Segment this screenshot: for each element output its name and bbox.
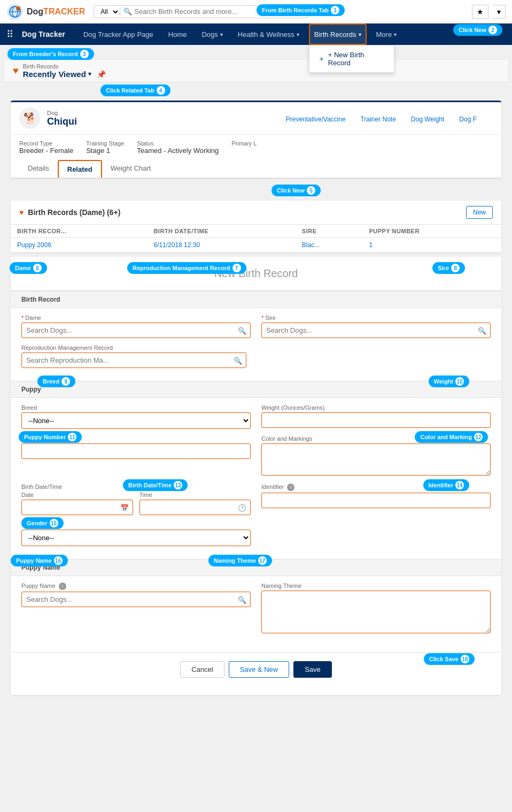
repro-field: Reproduction Management Record 🔍 xyxy=(21,344,246,368)
new-birth-record-menu-item[interactable]: ＋ + New Birth Record xyxy=(309,45,394,72)
save-button[interactable]: Save xyxy=(293,661,332,678)
dog-avatar: 🐕 xyxy=(19,108,41,129)
related-title: ♥ Birth Records (Dame) (6+) xyxy=(19,208,120,217)
dog-name: Chiqui xyxy=(47,116,77,127)
star-button[interactable]: ★ xyxy=(472,5,488,19)
scroll-tab-trainer[interactable]: Trainer Note xyxy=(353,112,404,127)
identifier-info-icon: i xyxy=(287,484,294,491)
save-new-button[interactable]: Save & New xyxy=(229,661,290,678)
birth-records-nav-container: Birth Records ▾ ＋ + New Birth Record xyxy=(309,24,367,45)
breed-select[interactable]: --None-- xyxy=(21,412,251,429)
puppy-name-input[interactable] xyxy=(21,592,251,607)
weight-input[interactable] xyxy=(261,412,491,428)
repro-input[interactable] xyxy=(21,353,246,368)
callout-8: Sire 8 xyxy=(432,262,465,274)
cell-date: 6/11/2018 12:30 xyxy=(147,238,295,252)
top-nav: 🐾 DogTRACKER All 🔍 ★ ▾ xyxy=(0,0,512,24)
nav-birth-records[interactable]: Birth Records ▾ xyxy=(309,24,367,45)
puppy-number-input[interactable] xyxy=(21,443,251,459)
dog-tabs: Details Related Weight Chart xyxy=(11,160,501,178)
callout-3: From Breeder's Record 3 xyxy=(7,48,94,60)
nav-dog-tracker-app[interactable]: Dog Tracker App Page xyxy=(78,24,159,45)
birth-record-section-label: Birth Record xyxy=(11,291,501,308)
sire-field: Sire 🔍 xyxy=(261,315,491,338)
app-nav: ⠿ Dog Tracker Dog Tracker App Page Home … xyxy=(0,24,512,45)
breed-label: Breed xyxy=(21,404,251,411)
callout-5: Click New 5 xyxy=(271,185,321,196)
puppy-section-label: Puppy xyxy=(11,381,501,398)
cancel-button[interactable]: Cancel xyxy=(180,661,224,678)
naming-theme-field: Naming Theme xyxy=(261,583,491,635)
record-type-field: Record Type Breeder - Female xyxy=(19,140,73,155)
scroll-tab-vaccine[interactable]: Preventative/Vaccine xyxy=(278,112,353,127)
callout-6: Dame 6 xyxy=(10,262,47,274)
callout-12: Color and Marking 12 xyxy=(415,431,488,443)
tab-weight-chart[interactable]: Weight Chart xyxy=(102,160,160,178)
related-section: ♥ Birth Records (Dame) (6+) New BIRTH RE… xyxy=(11,201,501,252)
dropdown-button[interactable]: ▾ xyxy=(493,5,506,19)
time-label: Time xyxy=(139,492,251,498)
search-icon: 🔍 xyxy=(123,7,132,16)
dame-field: Dame 🔍 xyxy=(21,315,251,338)
puppy-name-label: Puppy Name i xyxy=(21,583,251,590)
weight-label: Weight (Ounces/Grams) xyxy=(261,404,491,411)
callout-13: Birth Date/Time 13 xyxy=(123,479,188,491)
dame-sire-row: Dame 🔍 Sire 🔍 xyxy=(21,315,491,338)
new-birth-record-button[interactable]: New xyxy=(466,206,493,219)
date-identifier-row: Birth Date/Time Date 📅 Time xyxy=(21,484,491,515)
scroll-tab-dogf[interactable]: Dog F xyxy=(452,112,484,127)
callout-4: Click Related Tab 4 xyxy=(100,85,170,96)
weight-field: Weight (Ounces/Grams) xyxy=(261,404,491,429)
dropdown-arrow-icon[interactable]: ▾ xyxy=(88,71,91,78)
related-header: ♥ Birth Records (Dame) (6+) New xyxy=(11,201,501,225)
time-input[interactable] xyxy=(139,500,251,515)
more-chevron-icon: ▾ xyxy=(394,32,397,37)
puppy-name-field: Puppy Name i 🔍 xyxy=(21,583,251,635)
callout-16: Puppy Name 16 xyxy=(11,555,68,566)
breadcrumb-path: Birth Records xyxy=(23,63,106,70)
cell-name[interactable]: Puppy 2006 xyxy=(11,238,147,252)
nav-home[interactable]: Home xyxy=(163,24,192,45)
search-scope-dropdown[interactable]: All xyxy=(98,7,120,16)
scroll-tab-weight[interactable]: Dog Weight xyxy=(404,112,452,127)
nav-more[interactable]: More ▾ xyxy=(371,24,402,45)
sire-input[interactable] xyxy=(261,323,491,338)
repro-row: Reproduction Management Record 🔍 xyxy=(21,344,491,368)
form-title: New Birth Record xyxy=(11,257,501,291)
svg-text:🐾: 🐾 xyxy=(18,7,21,11)
callout-14: Identifier 14 xyxy=(423,479,469,491)
date-label: Date xyxy=(21,492,133,498)
dog-card: 🐕 Dog Chiqui Preventative/Vaccine Traine… xyxy=(11,101,501,178)
naming-theme-input[interactable] xyxy=(261,591,491,633)
callout-9: Breed 9 xyxy=(37,376,75,387)
color-markings-input[interactable] xyxy=(261,443,491,476)
cell-sire[interactable]: Blac... xyxy=(296,238,363,252)
app-title: Dog Tracker xyxy=(22,30,65,39)
gender-placeholder-field xyxy=(261,522,491,546)
repro-label: Reproduction Management Record xyxy=(21,344,246,351)
dog-card-header: 🐕 Dog Chiqui Preventative/Vaccine Traine… xyxy=(11,102,501,135)
pin-icon[interactable]: 📌 xyxy=(97,70,106,79)
nav-dogs[interactable]: Dogs ▾ xyxy=(196,24,228,45)
tab-related[interactable]: Related xyxy=(58,160,102,178)
form-container: New Birth Record Birth Record Dame 🔍 Sir… xyxy=(11,257,501,695)
callout-7: Reproduction Management Record 7 xyxy=(127,262,246,274)
dame-input[interactable] xyxy=(21,323,251,338)
status-field: Status Teamed - Actively Working xyxy=(137,140,219,155)
training-stage-field: Training Stage Stage 1 xyxy=(86,140,124,155)
health-chevron-icon: ▾ xyxy=(297,32,299,37)
date-part: Date 📅 xyxy=(21,492,133,515)
date-input[interactable] xyxy=(21,500,133,515)
dog-fields: Record Type Breeder - Female Training St… xyxy=(11,135,501,160)
gender-row: Gender --None-- xyxy=(21,522,491,546)
sire-input-wrap: 🔍 xyxy=(261,323,491,338)
app-logo-text: DogTRACKER xyxy=(27,7,85,17)
identifier-input[interactable] xyxy=(261,493,491,508)
dame-label: Dame xyxy=(21,315,251,321)
nav-health-wellness[interactable]: Health & Wellness ▾ xyxy=(232,24,305,45)
puppy-name-naming-row: Puppy Name i 🔍 Naming Theme xyxy=(21,583,491,635)
grid-icon[interactable]: ⠿ xyxy=(6,28,13,40)
tab-details[interactable]: Details xyxy=(19,160,58,178)
callout-17: Naming Theme 17 xyxy=(208,555,272,566)
gender-select[interactable]: --None-- xyxy=(21,530,251,546)
